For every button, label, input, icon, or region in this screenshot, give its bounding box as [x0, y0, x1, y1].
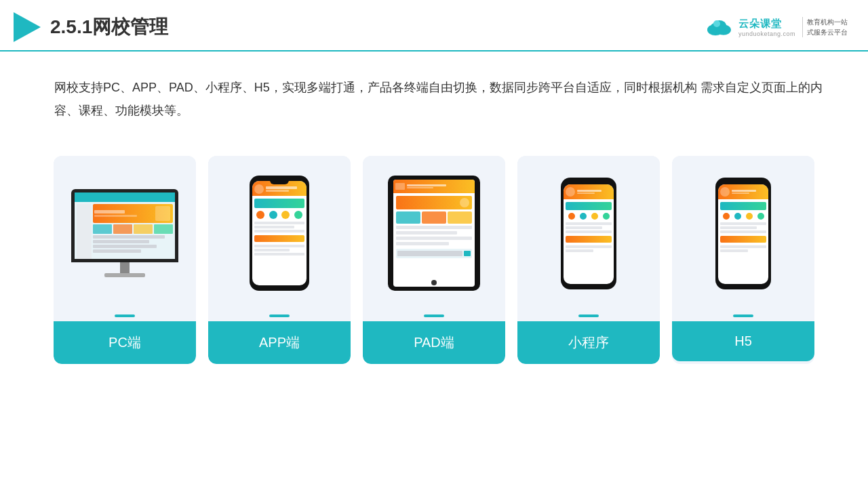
card-app: APP端 — [208, 156, 351, 364]
tablet-home-btn — [431, 280, 437, 285]
card-h5: H5 — [672, 156, 814, 364]
card-miniprogram-image — [517, 156, 660, 305]
card-pad: PAD端 — [363, 156, 505, 364]
h5-phone-notch — [736, 181, 751, 184]
card-miniprogram-topbar — [578, 314, 599, 317]
brand-logo: 云朵课堂 yunduoketang.com 教育机构一站式服务云平台 — [705, 16, 848, 38]
h5-phone-screen — [718, 184, 768, 284]
card-pad-image — [363, 156, 505, 305]
card-miniprogram: 小程序 — [517, 156, 660, 364]
page-title: 2.5.1网校管理 — [50, 14, 168, 40]
brand-url: yunduoketang.com — [738, 30, 795, 37]
cloud-icon — [705, 16, 734, 38]
card-pc-image — [54, 156, 196, 305]
card-pc-topbar — [115, 314, 135, 317]
card-miniprogram-label: 小程序 — [517, 321, 660, 364]
brand-name: 云朵课堂 — [738, 18, 782, 30]
card-pc: PC端 — [54, 156, 196, 364]
card-pad-label: PAD端 — [363, 321, 505, 364]
pad-device-mockup — [388, 176, 480, 291]
logo-triangle-icon — [14, 12, 41, 42]
h5-device-mockup — [715, 178, 771, 289]
tablet-screen — [393, 180, 475, 287]
platform-cards: PC端 — [0, 136, 868, 364]
card-pad-topbar — [424, 314, 444, 317]
card-h5-label: H5 — [672, 321, 814, 361]
mini-phone-notch — [581, 181, 596, 184]
page-header: 2.5.1网校管理 云朵课堂 yunduoketang.com 教育机构一站式服… — [0, 0, 868, 52]
card-app-topbar — [269, 314, 290, 317]
header-left: 2.5.1网校管理 — [14, 12, 168, 42]
tablet-banner — [396, 196, 472, 209]
phone-screen — [252, 181, 307, 285]
description-text: 网校支持PC、APP、PAD、小程序、H5，实现多端打通，产品各终端自由切换，数… — [0, 52, 868, 129]
header-right: 云朵课堂 yunduoketang.com 教育机构一站式服务云平台 — [705, 16, 848, 38]
brand-slogan: 教育机构一站式服务云平台 — [802, 17, 848, 37]
brand-text: 云朵课堂 yunduoketang.com — [738, 18, 795, 37]
card-app-image — [208, 156, 351, 305]
card-h5-topbar — [733, 314, 753, 317]
card-pc-label: PC端 — [54, 321, 196, 364]
miniprogram-device-mockup — [561, 178, 616, 289]
pc-device-mockup — [67, 189, 182, 277]
mini-phone-screen — [564, 184, 614, 284]
svg-point-7 — [713, 20, 720, 27]
phone-notch — [270, 180, 289, 184]
description-content: 网校支持PC、APP、PAD、小程序、H5，实现多端打通，产品各终端自由切换，数… — [54, 81, 823, 117]
app-device-mockup — [250, 176, 309, 291]
card-app-label: APP端 — [208, 321, 351, 364]
card-h5-image — [672, 156, 814, 305]
